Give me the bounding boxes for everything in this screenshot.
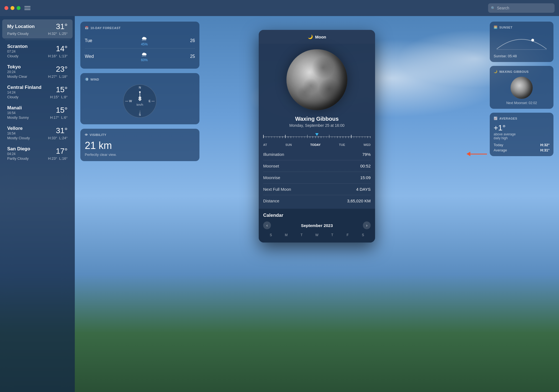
location-temp: 23°: [56, 65, 68, 74]
sidebar-item-vellore[interactable]: Vellore 16:54 31° Mostly Cloudy H:33° L:…: [2, 123, 73, 143]
red-arrow-line: [470, 154, 487, 154]
calendar-next-button[interactable]: ›: [363, 221, 371, 229]
wind-icon: 💨: [85, 78, 89, 81]
sunset-arc-svg: [494, 32, 550, 52]
location-time: 07:24: [7, 50, 28, 53]
sunrise-label: Sunrise: 05:48: [494, 54, 550, 58]
location-desc: Partly Cloudy: [7, 32, 29, 36]
location-time: 16:54: [7, 111, 22, 115]
calendar-title: Calendar: [263, 213, 371, 218]
waxing-gibbous-card: 🌙 WAXING GIBBOUS Next Moonset: 02:02: [490, 66, 553, 109]
divider: [5, 40, 70, 40]
waxing-header: 🌙 WAXING GIBBOUS: [494, 70, 550, 73]
location-desc: Mostly Cloudy: [7, 136, 30, 140]
red-arrow: [466, 152, 487, 156]
tl-sun: SUN: [285, 143, 292, 146]
wind-header: 💨 WIND: [85, 78, 195, 81]
calendar-month: September 2023: [301, 223, 333, 228]
location-desc: Mostly Clear: [7, 74, 27, 79]
location-desc: Partly Cloudy: [7, 156, 29, 161]
search-input[interactable]: [497, 6, 552, 10]
moon-popup-header: 🌙 Moon: [259, 30, 375, 44]
forecast-row-wed: Wed 🌧 60% 25: [85, 49, 195, 64]
moon-phase-name: Waxing Gibbous: [259, 116, 375, 122]
right-panel: 🌅 SUNSET Sunrise: 05:48 🌙 WAXING GIBBOUS: [490, 22, 553, 156]
calendar-nav: ‹ September 2023 ›: [263, 221, 371, 229]
sidebar-item-manali[interactable]: Manali 16:54 15° Mostly Sunny H:17° L:6°: [2, 102, 73, 122]
location-hl: H:32° L:25°: [48, 32, 68, 36]
averages-value: +1°: [494, 123, 550, 132]
minimize-button[interactable]: [11, 6, 14, 10]
cal-day-w: W: [309, 233, 324, 238]
location-desc: Cloudy: [7, 54, 18, 58]
calendar-icon: 📅: [85, 26, 89, 30]
wind-compass: N S E — — W 8 km/h ↓: [123, 84, 157, 118]
moon-calendar: Calendar ‹ September 2023 › S M T W T F …: [259, 209, 375, 243]
cal-day-t1: T: [294, 233, 309, 238]
location-hl: H:27° L:18°: [48, 74, 68, 79]
sunset-card: 🌅 SUNSET Sunrise: 05:48: [490, 22, 553, 62]
cards-area: 📅 10-DAY FORECAST Tue 🌧 45% 26 Wed 🌧 60%: [80, 22, 199, 386]
moon-detail-moonrise: Moonrise 15:09: [263, 172, 371, 184]
moon-popup: 🌙 Moon Waxing Gibbous Monday, September …: [259, 30, 375, 243]
location-hl: H:33° L:24°: [48, 136, 68, 140]
visibility-value: 21 km: [85, 140, 195, 151]
forecast-temp: 26: [190, 38, 195, 43]
cal-day-m: M: [278, 233, 294, 238]
location-hl: H:23° L:16°: [48, 156, 68, 161]
moon-thumbnail: [511, 77, 533, 99]
tl-at: AT: [263, 143, 267, 146]
sidebar-item-central-finland[interactable]: Central Finland 14:24 15° Cloudy H:15° L…: [2, 82, 73, 102]
maximize-button[interactable]: [17, 6, 20, 10]
svg-point-0: [531, 39, 534, 42]
wind-card: 💨 WIND N S E — — W 8 km/h: [80, 73, 199, 124]
moon-big-image: [286, 49, 347, 110]
sidebar-item-san-diego[interactable]: San Diego 04:24 17° Partly Cloudy H:23° …: [2, 143, 73, 163]
location-time: 16:54: [7, 131, 23, 135]
sunset-icon: 🌅: [494, 25, 498, 29]
forecast-pct: 45%: [141, 42, 148, 46]
sunset-arc: [494, 32, 550, 52]
visibility-card: 👁 VISIBILITY 21 km Perfectly clear view.: [80, 129, 199, 161]
moon-detail-illumination: Illumination 79%: [263, 149, 371, 160]
moonset-label: Next Moonset: 02:02: [494, 101, 550, 105]
search-icon: 🔍: [491, 6, 495, 10]
location-temp: 15°: [56, 85, 68, 94]
averages-header: 📈 AVERAGES: [494, 117, 550, 120]
location-name: Manali: [7, 105, 22, 111]
compass-south-arrow: ↓: [139, 109, 141, 114]
location-temp: 15°: [56, 106, 68, 115]
sidebar-item-my-location[interactable]: My Location 31° Partly Cloudy H:32° L:25…: [2, 19, 73, 38]
location-temp: 14°: [56, 44, 68, 53]
moon-icon: 🌙: [494, 70, 498, 73]
forecast-temp: 25: [190, 54, 195, 59]
moon-detail-distance: Distance 3,65,020 KM: [263, 195, 371, 207]
titlebar: 🔍: [0, 0, 559, 16]
location-name: Tokyo: [7, 64, 21, 70]
close-button[interactable]: [4, 6, 8, 10]
search-bar[interactable]: 🔍: [488, 3, 555, 13]
visibility-header: 👁 VISIBILITY: [85, 133, 195, 136]
location-time: 20:24: [7, 70, 21, 74]
timeline-marker: [315, 133, 319, 136]
forecast-icon: 🌧: [141, 51, 148, 58]
location-name: My Location: [7, 24, 35, 29]
sunset-header: 🌅 SUNSET: [494, 25, 550, 29]
location-name: Central Finland: [7, 85, 42, 90]
cal-day-s2: S: [355, 233, 371, 238]
calendar-prev-button[interactable]: ‹: [263, 221, 271, 229]
moon-header-icon: 🌙: [308, 34, 313, 39]
sidebar-item-tokyo[interactable]: Tokyo 20:24 23° Mostly Clear H:27° L:18°: [2, 61, 73, 81]
window-controls: [4, 6, 20, 10]
moon-phase-date: Monday, September 25 at 16:00: [259, 123, 375, 128]
forecast-pct: 60%: [141, 58, 148, 62]
sidebar-item-scranton[interactable]: Scranton 07:24 14° Cloudy H:16° L:13°: [2, 41, 73, 61]
location-temp: 17°: [56, 147, 68, 156]
sidebar-toggle-button[interactable]: [24, 6, 30, 11]
averages-card: 📈 AVERAGES +1° above averagedaily high T…: [490, 113, 553, 156]
calendar-days-header: S M T W T F S: [263, 233, 371, 238]
location-desc: Mostly Sunny: [7, 115, 29, 120]
main-window: 🔍 My Location 31° Partly Cloudy H:32° L:…: [0, 0, 559, 392]
averages-average-row: Average H:31°: [494, 148, 550, 152]
location-name: San Diego: [7, 146, 30, 152]
